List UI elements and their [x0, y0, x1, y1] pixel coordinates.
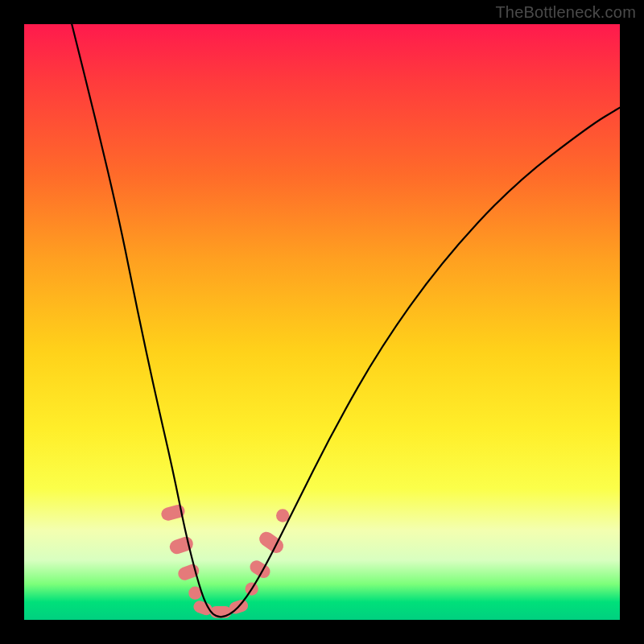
markers-layer: [160, 503, 290, 618]
bottleneck-curve: [72, 24, 620, 617]
chart-svg: [24, 24, 620, 620]
right-cluster-2: [247, 558, 272, 580]
chart-frame: TheBottleneck.com: [0, 0, 644, 644]
right-cluster-4: [276, 509, 289, 522]
watermark-text: TheBottleneck.com: [495, 3, 636, 22]
